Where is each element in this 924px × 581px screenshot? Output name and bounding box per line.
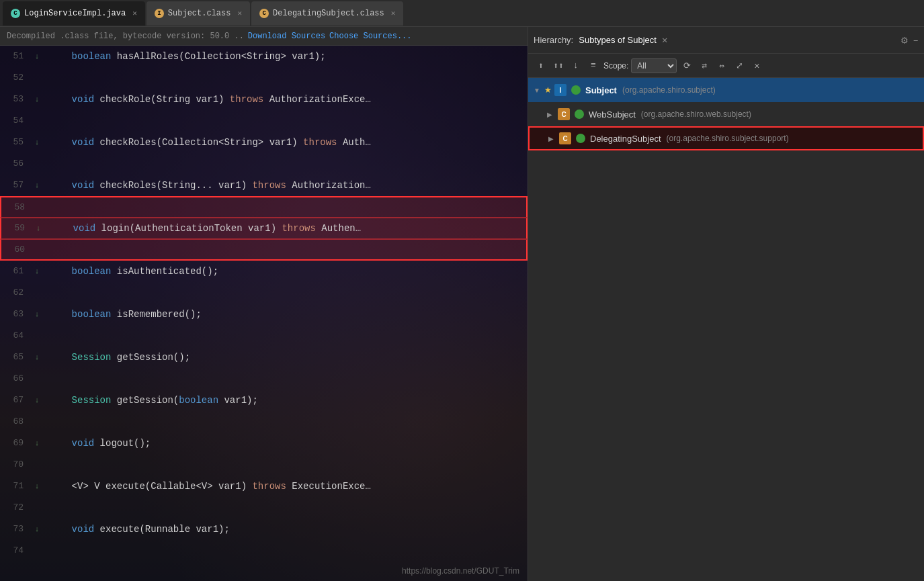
line-icon-61: ↓	[30, 261, 44, 282]
code-line-64: 64	[0, 325, 528, 347]
toolbar-btn-swap[interactable]: ⇄	[697, 58, 712, 73]
hierarchy-settings-btn[interactable]: ⚙	[901, 34, 908, 47]
tree-icon-subject: I	[554, 84, 566, 96]
line-icon-57: ↓	[30, 175, 44, 196]
line-num-55: 55	[0, 132, 30, 153]
line-num-60: 60	[1, 239, 32, 261]
code-line-58: 58	[0, 196, 528, 218]
line-icon-69: ↓	[30, 433, 44, 454]
tab-icon-i: I	[155, 9, 164, 18]
line-code-51: boolean hasAllRoles(Collection<String> v…	[44, 46, 528, 67]
choose-sources-link[interactable]: Choose Sources...	[329, 32, 411, 41]
tree-item-subject[interactable]: ▼ ★ I Subject (org.apache.shiro.subject)	[528, 78, 924, 102]
line-num-70: 70	[0, 454, 30, 476]
watermark: https://blog.csdn.net/GDUT_Trim	[402, 566, 519, 576]
tree-dot-delegating	[576, 134, 585, 143]
tab-close-delegating[interactable]: ✕	[391, 9, 396, 17]
code-line-51: 51 ↓ boolean hasAllRoles(Collection<Stri…	[0, 46, 528, 67]
line-num-67: 67	[0, 390, 30, 411]
tree-icon-delegating: C	[559, 132, 571, 144]
hierarchy-close-btn[interactable]: ✕	[662, 34, 667, 46]
tree-icon-websubject: C	[558, 108, 570, 120]
line-num-51: 51	[0, 46, 30, 67]
info-bar: Decompiled .class file, bytecode version…	[0, 27, 528, 46]
toolbar-btn-external[interactable]: ⤢	[732, 58, 747, 73]
toolbar-btn-list[interactable]: ≡	[586, 58, 601, 73]
toolbar-btn-close[interactable]: ✕	[749, 58, 764, 73]
line-code-67: Session getSession(boolean var1);	[44, 390, 528, 411]
code-line-66: 66	[0, 368, 528, 390]
tree-star-subject: ★	[544, 85, 552, 95]
code-line-65: 65 ↓ Session getSession();	[0, 347, 528, 368]
code-lines: 51 ↓ boolean hasAllRoles(Collection<Stri…	[0, 46, 528, 581]
hierarchy-minimize-btn[interactable]: –	[913, 35, 919, 46]
scope-label: Scope:	[603, 61, 628, 71]
main-layout: Decompiled .class file, bytecode version…	[0, 27, 924, 581]
code-line-70: 70	[0, 454, 528, 476]
tab-label-subject: Subject.class	[168, 9, 231, 18]
hierarchy-subtitle-label: Subtypes of Subject	[579, 35, 657, 45]
tree-package-delegating: (org.apache.shiro.subject.support)	[667, 134, 789, 143]
tab-close-subject[interactable]: ✕	[237, 9, 242, 17]
hierarchy-tree: ▼ ★ I Subject (org.apache.shiro.subject)…	[528, 78, 924, 581]
tree-item-websubject[interactable]: ▶ C WebSubject (org.apache.shiro.web.sub…	[528, 102, 924, 126]
code-line-59: 59 ↓ void login(AuthenticationToken var1…	[0, 218, 528, 239]
tab-delegating[interactable]: C DelegatingSubject.class ✕	[251, 1, 403, 26]
code-line-74: 74	[0, 540, 528, 562]
tree-arrow-subject: ▼	[534, 87, 542, 94]
line-num-52: 52	[0, 67, 30, 89]
line-num-72: 72	[0, 497, 30, 519]
line-num-59: 59	[1, 218, 32, 239]
tree-item-delegatingsubject[interactable]: ▶ C DelegatingSubject (org.apache.shiro.…	[528, 126, 924, 150]
line-num-56: 56	[0, 153, 30, 175]
download-sources-link[interactable]: Download Sources	[248, 32, 325, 41]
tree-package-websubject: (org.apache.shiro.web.subject)	[641, 109, 751, 119]
line-num-57: 57	[0, 175, 30, 196]
code-line-68: 68	[0, 411, 528, 433]
tab-close-login[interactable]: ✕	[132, 9, 137, 17]
toolbar-btn-expand[interactable]: ⇔	[714, 58, 729, 73]
tab-bar: C LoginServiceImpl.java ✕ I Subject.clas…	[0, 0, 924, 27]
tree-arrow-websubject: ▶	[547, 111, 555, 118]
line-code-59: void login(AuthenticationToken var1) thr…	[45, 218, 526, 239]
code-line-69: 69 ↓ void logout();	[0, 433, 528, 454]
line-num-54: 54	[0, 110, 30, 132]
hierarchy-header: Hierarchy: Subtypes of Subject ✕ ⚙ –	[528, 27, 924, 54]
tree-arrow-delegating: ▶	[548, 135, 556, 142]
code-line-54: 54	[0, 110, 528, 132]
line-icon-51: ↓	[30, 46, 44, 67]
code-line-61: 61 ↓ boolean isAuthenticated();	[0, 261, 528, 282]
line-icon-73: ↓	[30, 519, 44, 540]
line-num-61: 61	[0, 261, 30, 282]
code-line-55: 55 ↓ void checkRoles(Collection<String> …	[0, 132, 528, 153]
scope-select[interactable]: All Project	[631, 58, 677, 73]
code-line-67: 67 ↓ Session getSession(boolean var1);	[0, 390, 528, 411]
line-icon-55: ↓	[30, 132, 44, 153]
line-code-63: boolean isRemembered();	[44, 304, 528, 325]
tab-subject[interactable]: I Subject.class ✕	[146, 1, 250, 26]
line-code-57: void checkRoles(String... var1) throws A…	[44, 175, 528, 196]
line-code-55: void checkRoles(Collection<String> var1)…	[44, 132, 528, 153]
toolbar-btn-refresh[interactable]: ⟳	[679, 58, 694, 73]
tree-dot-subject	[571, 85, 581, 95]
line-icon-71: ↓	[30, 476, 44, 497]
tree-dot-websubject	[575, 109, 584, 119]
code-line-63: 63 ↓ boolean isRemembered();	[0, 304, 528, 325]
line-num-74: 74	[0, 540, 30, 562]
toolbar-btn-up2[interactable]: ⬆⬆	[551, 58, 566, 73]
line-code-71: <V> V execute(Callable<V> var1) throws E…	[44, 476, 528, 497]
line-code-73: void execute(Runnable var1);	[44, 519, 528, 540]
toolbar-btn-down[interactable]: ↓	[569, 58, 583, 73]
code-line-60: 60	[0, 239, 528, 261]
line-icon-59: ↓	[32, 218, 45, 239]
code-line-73: 73 ↓ void execute(Runnable var1);	[0, 519, 528, 540]
tab-label-delegating: DelegatingSubject.class	[273, 9, 384, 18]
toolbar-btn-up[interactable]: ⬆	[534, 58, 548, 73]
line-num-68: 68	[0, 411, 30, 433]
line-num-63: 63	[0, 304, 30, 325]
tab-icon-c: C	[11, 9, 20, 18]
line-code-53: void checkRole(String var1) throws Autho…	[44, 89, 528, 110]
tab-login-service[interactable]: C LoginServiceImpl.java ✕	[3, 1, 145, 26]
hierarchy-title-label: Hierarchy:	[534, 35, 573, 45]
hierarchy-panel: Hierarchy: Subtypes of Subject ✕ ⚙ – ⬆ ⬆…	[528, 27, 924, 581]
